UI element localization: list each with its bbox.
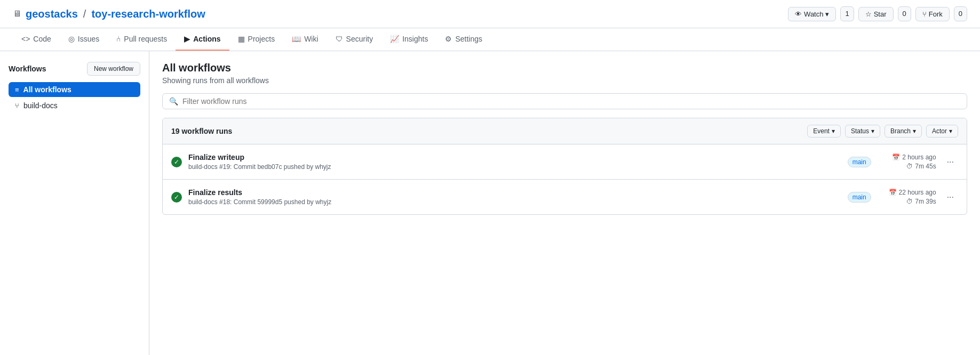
tab-pull-requests[interactable]: ⑃ Pull requests [108, 28, 176, 51]
sidebar-title: Workflows [9, 64, 46, 73]
repo-title: 🖥 geostacks / toy-research-workflow [13, 8, 205, 20]
insights-icon: 📈 [390, 35, 399, 43]
top-bar: 🖥 geostacks / toy-research-workflow 👁 Wa… [0, 0, 980, 28]
run-more-button[interactable]: ··· [943, 155, 958, 169]
tab-code[interactable]: <> Code [13, 28, 60, 51]
settings-icon: ⚙ [445, 35, 452, 43]
runs-table: 19 workflow runs Event ▾ Status ▾ Branch… [162, 118, 967, 215]
sidebar-item-build-docs[interactable]: ⑂ build-docs [9, 98, 140, 113]
actions-icon: ▶ [184, 35, 190, 43]
branch-filter-button[interactable]: Branch ▾ [885, 125, 922, 138]
actor-chevron-icon: ▾ [949, 127, 952, 135]
new-workflow-button[interactable]: New workflow [87, 62, 140, 76]
run-success-icon: ✓ [171, 192, 182, 203]
calendar-icon: 📅 [892, 154, 900, 161]
status-filter-button[interactable]: Status ▾ [845, 125, 880, 138]
run-branch-badge[interactable]: main [848, 192, 871, 203]
tab-wiki[interactable]: 📖 Wiki [283, 28, 326, 51]
star-count: 0 [898, 6, 911, 21]
tab-settings[interactable]: ⚙ Settings [436, 28, 491, 51]
run-time: 📅 2 hours ago ⏱ 7m 45s [878, 154, 936, 170]
tab-security[interactable]: 🛡 Security [327, 28, 382, 51]
page-title: All workflows [162, 62, 967, 74]
tab-issues[interactable]: ◎ Issues [60, 28, 108, 51]
runs-filters: Event ▾ Status ▾ Branch ▾ Actor ▾ [807, 125, 958, 138]
run-row[interactable]: ✓ Finalize results build-docs #18: Commi… [163, 180, 967, 214]
eye-icon: 👁 [795, 10, 802, 18]
sidebar: Workflows New workflow ≡ All workflows ⑂… [0, 51, 149, 355]
pull-requests-icon: ⑃ [116, 35, 121, 43]
run-row[interactable]: ✓ Finalize writeup build-docs #19: Commi… [163, 144, 967, 180]
tab-insights[interactable]: 📈 Insights [381, 28, 436, 51]
star-button[interactable]: ☆ Star [858, 7, 894, 21]
repo-separator: / [83, 8, 86, 20]
top-actions: 👁 Watch ▾ 1 ☆ Star 0 ⑂ Fork 0 [788, 6, 967, 21]
main-content: All workflows Showing runs from all work… [149, 51, 980, 355]
branch-chevron-icon: ▾ [913, 127, 916, 135]
filter-bar[interactable]: 🔍 [162, 93, 967, 109]
run-name: Finalize writeup [188, 153, 841, 162]
run-more-button[interactable]: ··· [943, 190, 958, 204]
search-icon: 🔍 [169, 97, 178, 106]
run-info: Finalize results build-docs #18: Commit … [188, 188, 841, 206]
security-icon: 🛡 [336, 35, 343, 43]
watch-count: 1 [840, 6, 854, 21]
fork-icon: ⑂ [922, 10, 927, 18]
search-input[interactable] [182, 97, 960, 106]
watch-chevron-icon: ▾ [825, 10, 829, 18]
runs-header: 19 workflow runs Event ▾ Status ▾ Branch… [163, 118, 967, 144]
main-layout: Workflows New workflow ≡ All workflows ⑂… [0, 51, 980, 355]
actor-filter-button[interactable]: Actor ▾ [926, 125, 958, 138]
calendar-icon: 📅 [889, 189, 897, 196]
build-docs-icon: ⑂ [15, 102, 19, 110]
event-filter-button[interactable]: Event ▾ [807, 125, 841, 138]
watch-button[interactable]: 👁 Watch ▾ [788, 7, 836, 21]
run-meta: build-docs #19: Commit bedb07c pushed by… [188, 163, 841, 171]
all-workflows-icon: ≡ [15, 86, 19, 94]
tab-actions[interactable]: ▶ Actions [176, 28, 229, 51]
run-time: 📅 22 hours ago ⏱ 7m 39s [878, 189, 936, 205]
run-name: Finalize results [188, 188, 841, 197]
status-chevron-icon: ▾ [871, 127, 874, 135]
event-chevron-icon: ▾ [832, 127, 835, 135]
runs-count: 19 workflow runs [171, 127, 232, 135]
clock-icon: ⏱ [906, 163, 913, 170]
page-subtitle: Showing runs from all workflows [162, 76, 967, 85]
fork-count: 0 [954, 6, 967, 21]
repo-name-link[interactable]: toy-research-workflow [91, 8, 205, 20]
issues-icon: ◎ [68, 35, 75, 43]
nav-tabs: <> Code ◎ Issues ⑃ Pull requests ▶ Actio… [0, 28, 980, 51]
wiki-icon: 📖 [292, 35, 301, 43]
repo-org-link[interactable]: geostacks [26, 8, 78, 20]
run-branch-badge[interactable]: main [848, 157, 871, 167]
code-icon: <> [21, 35, 30, 43]
tab-projects[interactable]: ▦ Projects [229, 28, 284, 51]
projects-icon: ▦ [238, 35, 245, 43]
run-info: Finalize writeup build-docs #19: Commit … [188, 153, 841, 171]
run-meta: build-docs #18: Commit 59999d5 pushed by… [188, 198, 841, 206]
star-icon: ☆ [865, 10, 872, 18]
clock-icon: ⏱ [906, 198, 913, 205]
sidebar-header: Workflows New workflow [9, 62, 140, 76]
fork-button[interactable]: ⑂ Fork [915, 7, 950, 21]
sidebar-item-all-workflows[interactable]: ≡ All workflows [9, 82, 140, 97]
run-success-icon: ✓ [171, 157, 182, 167]
repo-icon: 🖥 [13, 9, 21, 19]
